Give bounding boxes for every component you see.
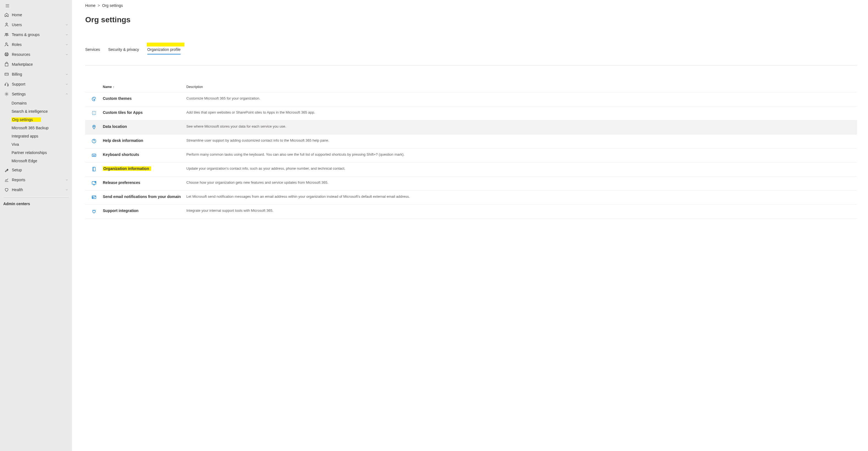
sidebar-item-label: Roles (12, 42, 65, 47)
tab-security-privacy[interactable]: Security & privacy (108, 47, 139, 55)
tab-services[interactable]: Services (85, 47, 100, 55)
location-icon (91, 124, 97, 131)
sidebar-item-label: Teams & groups (12, 32, 65, 37)
sidebar-item-label: Setup (12, 168, 69, 172)
bag-icon (4, 62, 9, 67)
sidebar-subitem-label: Org settings (11, 117, 41, 122)
row-description: Perform many common tasks using the keyb… (186, 152, 857, 157)
chevron-down-icon (65, 42, 69, 47)
sidebar-subitem-org-settings[interactable]: Org settings (0, 116, 72, 124)
sidebar-item-label: Home (12, 13, 69, 17)
sidebar-subitem-microsoft-edge[interactable]: Microsoft Edge (0, 157, 72, 165)
table-row[interactable]: Custom tiles for Apps Add tiles that ope… (85, 107, 857, 120)
chart-icon (4, 177, 9, 182)
table-row[interactable]: Support integration Integrate your inter… (85, 205, 857, 219)
sidebar-subitem-viva[interactable]: Viva (0, 140, 72, 149)
row-description: Customize Microsoft 365 for your organiz… (186, 96, 857, 101)
chevron-down-icon (65, 82, 69, 86)
table-row[interactable]: Release preferences Choose how your orga… (85, 177, 857, 190)
row-description: Let Microsoft send notification messages… (186, 194, 857, 199)
sidebar-item-home[interactable]: Home (0, 10, 72, 20)
mail-icon (91, 194, 97, 201)
sidebar-item-label: Marketplace (12, 62, 69, 66)
chevron-up-icon (65, 92, 69, 96)
row-name: Help desk information (103, 138, 186, 143)
sidebar-item-roles[interactable]: Roles (0, 39, 72, 50)
row-name: Data location (103, 124, 186, 129)
sidebar-subitem-integrated-apps[interactable]: Integrated apps (0, 132, 72, 140)
sidebar-subitem-label: Microsoft 365 Backup (11, 126, 49, 130)
hamburger-button[interactable] (0, 1, 72, 10)
tab-label: Security & privacy (108, 47, 139, 52)
sidebar-subitem-label: Microsoft Edge (11, 159, 37, 163)
column-header-description[interactable]: Description (186, 85, 857, 89)
sidebar: HomeUsersTeams & groupsRolesResourcesMar… (0, 0, 72, 451)
tab-label: Services (85, 47, 100, 52)
row-description: Streamline user support by adding custom… (186, 138, 857, 143)
sidebar-divider (3, 198, 69, 198)
hamburger-icon (5, 3, 10, 8)
table-row[interactable]: Help desk information Streamline user su… (85, 134, 857, 149)
sidebar-item-health[interactable]: Health (0, 185, 72, 195)
sidebar-subitem-microsoft-365-backup[interactable]: Microsoft 365 Backup (0, 124, 72, 132)
breadcrumb-separator-icon: > (98, 3, 100, 8)
sidebar-subitem-label: Integrated apps (11, 134, 38, 138)
row-description: Update your organization's contact info,… (186, 166, 857, 171)
sidebar-item-label: Billing (12, 72, 65, 77)
headset-icon (4, 82, 9, 87)
sidebar-item-billing[interactable]: Billing (0, 69, 72, 79)
sidebar-item-marketplace[interactable]: Marketplace (0, 59, 72, 69)
sidebar-item-users[interactable]: Users (0, 20, 72, 30)
question-icon (91, 138, 97, 145)
tabs: ServicesSecurity & privacyOrganization p… (85, 47, 868, 55)
sidebar-item-label: Support (12, 82, 65, 86)
sidebar-item-label: Users (12, 23, 65, 27)
column-header-name[interactable]: Name ↑ (103, 85, 186, 89)
sidebar-item-label: Health (12, 187, 65, 192)
sidebar-item-settings[interactable]: Settings (0, 89, 72, 99)
row-description: Integrate your internal support tools wi… (186, 208, 857, 213)
chevron-down-icon (65, 72, 69, 76)
home-icon (4, 12, 9, 17)
sidebar-item-resources[interactable]: Resources (0, 50, 72, 59)
settings-table: Name ↑ Description Custom themes Customi… (85, 83, 857, 219)
people-icon (4, 32, 9, 37)
tile-icon (91, 110, 97, 117)
sidebar-item-label: Reports (12, 178, 65, 182)
breadcrumb-home-link[interactable]: Home (85, 3, 95, 8)
book-icon (91, 167, 97, 173)
table-row[interactable]: Custom themes Customize Microsoft 365 fo… (85, 92, 857, 107)
gear-icon (4, 92, 9, 96)
wrench-icon (4, 168, 9, 173)
chevron-down-icon (65, 23, 69, 27)
row-name: Support integration (103, 208, 186, 213)
admin-centers-heading[interactable]: Admin centers (0, 199, 72, 208)
plug-icon (91, 208, 97, 215)
main-content: Home > Org settings Org settings Service… (72, 0, 868, 451)
person-icon (4, 22, 9, 27)
row-description: Choose how your organization gets new fe… (186, 180, 857, 185)
table-row[interactable]: Keyboard shortcuts Perform many common t… (85, 149, 857, 162)
table-header-row: Name ↑ Description (85, 83, 857, 92)
sort-ascending-icon: ↑ (113, 85, 115, 89)
person-key-icon (4, 42, 9, 47)
sidebar-subitem-search-intelligence[interactable]: Search & intelligence (0, 107, 72, 116)
card-icon (4, 72, 9, 77)
sidebar-item-reports[interactable]: Reports (0, 175, 72, 185)
keyboard-icon (91, 152, 97, 159)
sidebar-item-setup[interactable]: Setup (0, 165, 72, 175)
chevron-down-icon (65, 188, 69, 192)
table-row[interactable]: Data location See where Microsoft stores… (85, 120, 857, 134)
row-name: Release preferences (103, 180, 186, 185)
row-name: Custom tiles for Apps (103, 110, 186, 115)
sidebar-subitem-partner-relationships[interactable]: Partner relationships (0, 149, 72, 157)
row-name: Custom themes (103, 96, 186, 101)
sidebar-subitem-domains[interactable]: Domains (0, 99, 72, 107)
sidebar-item-support[interactable]: Support (0, 79, 72, 89)
sidebar-subitem-label: Viva (11, 142, 19, 147)
content-rule (85, 65, 857, 66)
table-row[interactable]: Organization information Update your org… (85, 162, 857, 177)
table-row[interactable]: Send email notifications from your domai… (85, 190, 857, 205)
sidebar-item-teams-groups[interactable]: Teams & groups (0, 30, 72, 39)
tab-organization-profile[interactable]: Organization profile (147, 47, 181, 55)
